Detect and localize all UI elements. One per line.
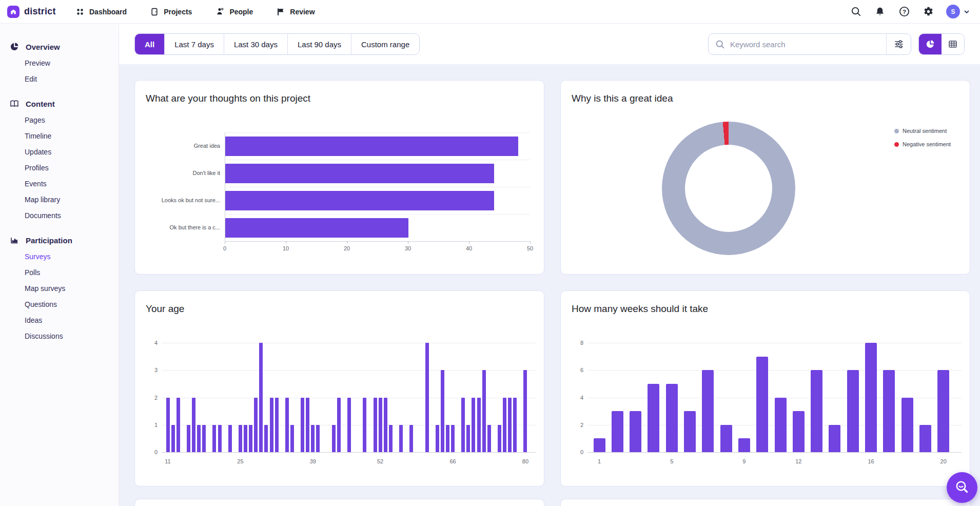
age-bar-31[interactable] — [270, 398, 273, 453]
settings-gear-icon[interactable] — [922, 6, 934, 18]
weeks-bar-6[interactable] — [684, 411, 696, 452]
age-bar-13[interactable] — [177, 398, 180, 453]
sidebar-item-updates[interactable]: Updates — [0, 144, 119, 160]
keyword-search-input[interactable] — [730, 40, 886, 49]
age-bar-51[interactable] — [374, 398, 377, 453]
age-bar-30[interactable] — [264, 425, 268, 452]
sidebar-item-pages[interactable]: Pages — [0, 112, 119, 128]
age-bar-58[interactable] — [409, 425, 413, 452]
age-bar-25[interactable] — [239, 425, 242, 452]
age-bar-12[interactable] — [171, 425, 175, 452]
table-view-icon[interactable] — [942, 34, 964, 54]
age-bar-23[interactable] — [228, 425, 232, 452]
sidebar-item-documents[interactable]: Documents — [0, 207, 119, 223]
bar-great-idea[interactable] — [225, 137, 518, 156]
topnav-item-projects[interactable]: Projects — [150, 7, 192, 16]
age-bar-11[interactable] — [166, 398, 170, 453]
age-bar-34[interactable] — [285, 398, 289, 453]
weeks-bar-18[interactable] — [901, 398, 913, 453]
age-bar-20[interactable] — [212, 425, 216, 452]
age-bar-76[interactable] — [503, 398, 506, 453]
filter-tab-last-90-days[interactable]: Last 90 days — [288, 34, 351, 54]
sidebar-item-timeline[interactable]: Timeline — [0, 128, 119, 144]
age-bar-56[interactable] — [399, 425, 403, 452]
age-bar-75[interactable] — [498, 425, 501, 452]
topnav-item-review[interactable]: Review — [277, 7, 315, 16]
age-bar-77[interactable] — [508, 398, 512, 453]
weeks-bar-20[interactable] — [937, 370, 949, 452]
filter-tab-all[interactable]: All — [135, 34, 165, 54]
age-bar-64[interactable] — [441, 370, 444, 452]
weeks-bar-17[interactable] — [883, 370, 895, 452]
notifications-bell-icon[interactable] — [874, 6, 886, 18]
sidebar-item-preview[interactable]: Preview — [0, 55, 119, 71]
sidebar-item-surveys[interactable]: Surveys — [0, 248, 119, 264]
support-chat-button[interactable] — [947, 472, 977, 503]
age-bar-21[interactable] — [218, 425, 222, 452]
bar-looks-ok-but-not-sure[interactable] — [225, 191, 494, 210]
filter-tab-last-30-days[interactable]: Last 30 days — [224, 34, 288, 54]
help-icon[interactable]: ? — [898, 6, 910, 18]
age-bar-38[interactable] — [306, 398, 309, 453]
weeks-bar-7[interactable] — [702, 370, 714, 452]
bar-don-t-like-it[interactable] — [225, 164, 494, 183]
age-bar-63[interactable] — [436, 425, 439, 452]
avatar[interactable]: S — [946, 5, 960, 18]
weeks-bar-14[interactable] — [829, 425, 840, 452]
weeks-bar-4[interactable] — [648, 384, 659, 452]
age-bar-37[interactable] — [301, 398, 304, 453]
age-bar-43[interactable] — [332, 425, 336, 452]
age-bar-73[interactable] — [487, 425, 491, 452]
weeks-bar-19[interactable] — [919, 425, 931, 452]
sidebar-item-polls[interactable]: Polls — [0, 264, 119, 280]
weeks-bar-5[interactable] — [666, 384, 678, 452]
age-bar-46[interactable] — [347, 398, 351, 453]
age-bar-54[interactable] — [389, 425, 393, 452]
pie-chart-view-icon[interactable] — [919, 34, 942, 54]
age-bar-53[interactable] — [384, 398, 387, 453]
weeks-bar-16[interactable] — [865, 343, 877, 452]
age-bar-29[interactable] — [259, 343, 263, 452]
weeks-bar-1[interactable] — [594, 438, 605, 452]
sidebar-section-header-participation[interactable]: Participation — [0, 232, 119, 248]
legend-item-neutral-sentiment[interactable]: Neutral sentiment — [894, 128, 947, 134]
user-menu[interactable]: S — [946, 5, 970, 18]
sidebar-item-questions[interactable]: Questions — [0, 296, 119, 312]
filter-tab-custom-range[interactable]: Custom range — [351, 34, 419, 54]
age-bar-40[interactable] — [316, 425, 320, 452]
search-icon[interactable] — [850, 6, 862, 18]
weeks-bar-12[interactable] — [793, 411, 805, 452]
age-bar-61[interactable] — [425, 343, 429, 452]
weeks-bar-10[interactable] — [756, 357, 768, 452]
bar-ok-but-there-is-a-c[interactable] — [225, 218, 408, 238]
weeks-bar-8[interactable] — [720, 425, 732, 452]
age-bar-44[interactable] — [337, 398, 341, 453]
filter-tab-last-7-days[interactable]: Last 7 days — [165, 34, 224, 54]
brand[interactable]: district — [7, 6, 76, 18]
age-bar-39[interactable] — [311, 425, 315, 452]
age-bar-65[interactable] — [446, 425, 449, 452]
age-bar-32[interactable] — [275, 398, 279, 453]
age-bar-52[interactable] — [379, 398, 382, 453]
weeks-bar-9[interactable] — [738, 438, 750, 452]
sidebar-item-ideas[interactable]: Ideas — [0, 312, 119, 328]
age-bar-35[interactable] — [290, 425, 294, 452]
weeks-bar-2[interactable] — [612, 411, 623, 452]
topnav-item-dashboard[interactable]: Dashboard — [76, 7, 127, 16]
sidebar-section-header-overview[interactable]: Overview — [0, 38, 119, 55]
age-bar-16[interactable] — [192, 398, 195, 453]
age-bar-80[interactable] — [523, 370, 527, 452]
age-bar-17[interactable] — [197, 425, 201, 452]
sidebar-item-map-library[interactable]: Map library — [0, 191, 119, 207]
age-bar-71[interactable] — [477, 398, 481, 453]
age-bar-72[interactable] — [482, 370, 486, 452]
age-bar-70[interactable] — [472, 398, 475, 453]
sidebar-item-discussions[interactable]: Discussions — [0, 328, 119, 344]
age-bar-49[interactable] — [363, 398, 366, 453]
age-bar-68[interactable] — [461, 398, 465, 453]
weeks-bar-13[interactable] — [811, 370, 822, 452]
age-bar-69[interactable] — [466, 425, 470, 452]
weeks-bar-11[interactable] — [775, 398, 787, 453]
age-bar-26[interactable] — [244, 425, 247, 452]
age-bar-18[interactable] — [202, 425, 206, 452]
